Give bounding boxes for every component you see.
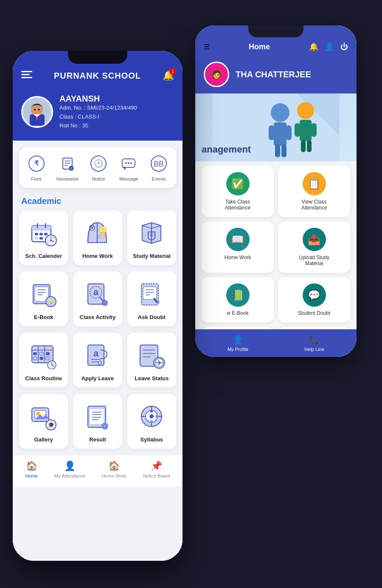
- ask-doubt-icon: [137, 279, 166, 309]
- events-label: Events: [152, 176, 166, 181]
- section-label-academic: Academic: [13, 194, 183, 210]
- card-apply-leave[interactable]: a Apply Leave: [73, 333, 122, 387]
- svg-point-82: [157, 300, 160, 303]
- svg-point-21: [34, 109, 36, 110]
- quick-item-homework[interactable]: ✓ Homework: [56, 153, 79, 181]
- quick-menu: ₹ Fees ✓ Homework: [19, 147, 176, 188]
- sch-calendar-label: Sch. Calender: [25, 253, 62, 259]
- fnav-homework[interactable]: 🏠 Home Work: [102, 461, 126, 478]
- card-homework[interactable]: Home Work: [73, 210, 122, 265]
- card-ask-doubt[interactable]: Ask Doubt: [127, 271, 176, 326]
- svg-rect-3: [274, 122, 286, 146]
- back-avatar: 🧑: [204, 62, 229, 87]
- svg-point-131: [150, 410, 153, 413]
- svg-rect-9: [300, 120, 312, 141]
- back-phone: ☰ Home 🔔 👤 ⏻ 🧑 THA CHATTERJEE: [195, 25, 357, 357]
- card-leave-status[interactable]: Leave Status: [127, 333, 176, 387]
- svg-rect-47: [39, 237, 43, 240]
- front-phone: PURNANK SCHOOL 🔔 1: [13, 51, 183, 561]
- svg-rect-92: [46, 357, 50, 360]
- school-name: PURNANK SCHOOL: [54, 71, 141, 81]
- take-attendance-icon: ✅: [226, 172, 250, 195]
- svg-point-130: [149, 414, 154, 418]
- svg-rect-46: [35, 237, 38, 240]
- back-illustration: anagement: [195, 93, 357, 161]
- svg-rect-91: [39, 357, 43, 360]
- svg-rect-7: [281, 144, 286, 157]
- card-class-routine[interactable]: Class Routine: [19, 333, 68, 387]
- take-attendance-label: Take ClassAttendance: [225, 199, 251, 211]
- card-study-material[interactable]: Study Material: [127, 210, 176, 265]
- card-ebook[interactable]: 💡 E-Book: [19, 271, 68, 326]
- svg-point-36: [130, 162, 132, 164]
- svg-rect-89: [46, 352, 50, 355]
- svg-rect-78: [143, 287, 157, 300]
- quick-item-notice[interactable]: 🕐 Notice: [88, 153, 109, 181]
- grid-item-homework[interactable]: 📖 Home Work: [202, 221, 274, 273]
- grid-item-view-attendance[interactable]: 📋 View ClassAttendance: [278, 166, 350, 217]
- back-nav-profile[interactable]: 👤 My Profile: [228, 335, 248, 352]
- syllabus-icon: [137, 401, 166, 431]
- back-helpline-icon: 📞: [309, 335, 320, 345]
- svg-point-76: [102, 300, 107, 305]
- svg-rect-16: [21, 77, 32, 78]
- svg-rect-14: [21, 71, 32, 72]
- student-doubt-label: Student Doubt: [298, 310, 331, 316]
- front-phone-screen: PURNANK SCHOOL 🔔 1: [13, 51, 183, 561]
- grid-item-student-doubt[interactable]: 💬 Student Doubt: [278, 277, 350, 322]
- svg-text:✓: ✓: [70, 167, 73, 170]
- back-bell-icon[interactable]: 🔔: [309, 42, 318, 51]
- svg-rect-4: [269, 125, 275, 140]
- syllabus-label: Syllabus: [140, 436, 163, 443]
- svg-rect-5: [286, 125, 292, 140]
- grid-item-take-attendance[interactable]: ✅ Take ClassAttendance: [202, 166, 274, 217]
- back-nav-helpline[interactable]: 📞 Help Line: [304, 335, 324, 352]
- quick-homework-label: Homework: [56, 176, 79, 181]
- card-gallery[interactable]: 🎓 Gallery: [19, 394, 68, 449]
- quick-item-message[interactable]: Message: [118, 153, 139, 181]
- front-menu-icon[interactable]: [21, 70, 32, 81]
- result-icon: ✓: [83, 401, 112, 431]
- back-header-icons: 🔔 👤 ⏻: [309, 42, 348, 51]
- card-sch-calendar[interactable]: Sch. Calender: [19, 210, 68, 265]
- back-user-icon[interactable]: 👤: [325, 42, 334, 51]
- student-doubt-icon: 💬: [303, 283, 326, 307]
- fnav-noticeboard[interactable]: 📌 Notice Board: [143, 461, 170, 478]
- card-class-activity[interactable]: a Class Activity: [73, 271, 122, 326]
- grid-item-ebook[interactable]: 📗 w E-Book: [202, 277, 274, 322]
- homework-label: Home Work: [82, 253, 113, 259]
- back-menu-icon[interactable]: ☰: [204, 43, 210, 51]
- class-activity-icon: a: [83, 279, 112, 309]
- svg-rect-43: [35, 233, 38, 235]
- quick-item-fees[interactable]: ₹ Fees: [26, 153, 47, 181]
- svg-point-34: [125, 162, 127, 164]
- gallery-icon: 🎓: [29, 401, 59, 431]
- back-power-icon[interactable]: ⏻: [340, 42, 348, 51]
- student-roll: Roll No : 35: [59, 122, 137, 130]
- back-profile-icon: 👤: [233, 335, 243, 345]
- svg-text:💡: 💡: [48, 299, 54, 305]
- svg-rect-117: [90, 409, 104, 424]
- view-attendance-icon: 📋: [303, 172, 326, 195]
- card-result[interactable]: ✓ Result: [73, 394, 122, 449]
- class-routine-label: Class Routine: [25, 375, 62, 382]
- noticeboard-nav-label: Notice Board: [143, 473, 170, 478]
- student-avatar: [21, 96, 53, 128]
- homework-icon: 📖: [226, 228, 250, 251]
- svg-rect-6: [275, 144, 280, 157]
- grid-item-upload-study[interactable]: 📤 Upload StudyMaterial: [278, 221, 350, 273]
- home-nav-label: Home: [25, 473, 38, 478]
- card-syllabus[interactable]: Syllabus: [127, 394, 176, 449]
- svg-rect-40: [32, 226, 51, 231]
- academic-grid-row4: 🎓 Gallery ✓: [13, 394, 183, 455]
- quick-item-events[interactable]: BB Events: [149, 153, 169, 181]
- academic-grid-row1: Sch. Calender: [13, 210, 183, 271]
- svg-text:🕐: 🕐: [94, 159, 104, 168]
- svg-point-22: [38, 109, 40, 110]
- homework-nav-label: Home Work: [102, 473, 126, 478]
- svg-text:a: a: [93, 348, 99, 359]
- fnav-home[interactable]: 🏠 Home: [25, 461, 38, 478]
- svg-text:₹: ₹: [34, 160, 39, 167]
- fnav-attendance[interactable]: 👤 My Attendance: [54, 461, 85, 478]
- fees-icon: ₹: [26, 153, 47, 174]
